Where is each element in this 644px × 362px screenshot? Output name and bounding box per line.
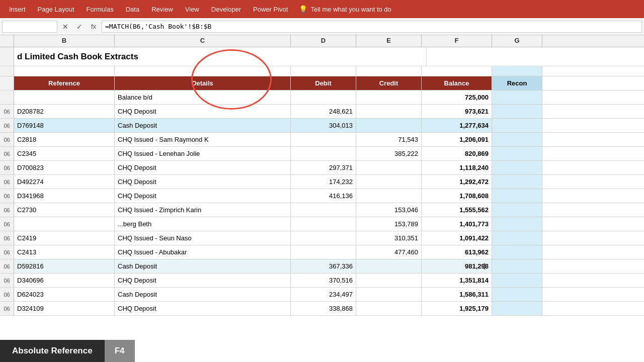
menu-power-pivot[interactable]: Power Pivot [248, 4, 293, 15]
cell-details[interactable]: CHQ Deposit [115, 161, 291, 174]
cell-credit[interactable] [356, 274, 422, 287]
cell-credit[interactable]: 385,222 [356, 147, 422, 160]
cell-recon[interactable] [492, 119, 542, 132]
col-header-e[interactable]: E [356, 35, 422, 47]
cell-reference[interactable]: D700823 [14, 161, 115, 174]
cell-details[interactable]: CHQ Deposit [115, 175, 291, 189]
cell-balance[interactable]: 1,401,773 [422, 217, 492, 231]
menu-page-layout[interactable]: Page Layout [33, 4, 79, 15]
cell-balance[interactable]: 1,091,422 [422, 231, 492, 245]
cell-details[interactable]: CHQ Issued - Sam Raymond K [115, 133, 291, 146]
cell-recon[interactable] [492, 90, 542, 104]
cell-credit[interactable] [356, 302, 422, 315]
cell-balance[interactable]: 725,000 [422, 90, 492, 104]
cell-balance[interactable]: 1,586,311 [422, 288, 492, 301]
name-box[interactable] [2, 21, 57, 33]
col-header-d[interactable]: D [291, 35, 356, 47]
cell-balance[interactable]: 981,298 ✛ [422, 259, 492, 273]
cell-credit[interactable] [356, 161, 422, 174]
cell-reference[interactable]: C2413 [14, 245, 115, 259]
cell-details[interactable]: Cash Deposit [115, 288, 291, 301]
cell-reference[interactable]: D492274 [14, 175, 115, 189]
cell-recon[interactable] [492, 274, 542, 287]
col-header-f[interactable]: F [422, 35, 492, 47]
cell-details[interactable]: CHQ Deposit [115, 274, 291, 287]
cell-debit[interactable] [291, 147, 356, 160]
menu-developer[interactable]: Developer [206, 4, 246, 15]
cell-recon[interactable] [492, 231, 542, 245]
cell-details[interactable]: CHQ Deposit [115, 302, 291, 315]
cell-credit[interactable] [356, 119, 422, 132]
cell-reference[interactable]: D341968 [14, 189, 115, 203]
cell-balance[interactable]: 1,118,240 [422, 161, 492, 174]
formula-input[interactable] [102, 21, 642, 33]
confirm-formula-button[interactable]: ✓ [73, 21, 86, 33]
cell-details[interactable]: Balance b/d [115, 90, 291, 104]
cell-reference[interactable] [14, 90, 115, 104]
cell-debit[interactable] [291, 217, 356, 231]
tell-me-box[interactable]: 💡 Tell me what you want to do [299, 5, 391, 13]
cell-credit[interactable]: 310,351 [356, 231, 422, 245]
cancel-formula-button[interactable]: ✕ [59, 21, 71, 33]
cell-reference[interactable] [14, 217, 115, 231]
cell-recon[interactable] [492, 147, 542, 160]
cell-recon[interactable] [492, 175, 542, 189]
cell-details[interactable]: CHQ Issued - Lenehan Jolie [115, 147, 291, 160]
cell-details[interactable]: CHQ Deposit [115, 189, 291, 203]
cell-credit[interactable] [356, 105, 422, 118]
cell-details[interactable]: CHQ Issued - Zimprich Karin [115, 203, 291, 217]
cell-debit[interactable] [291, 90, 356, 104]
cell-reference[interactable]: C2818 [14, 133, 115, 146]
cell-debit[interactable]: 338,868 [291, 302, 356, 315]
cell-balance[interactable]: 1,277,634 [422, 119, 492, 132]
cell-balance[interactable]: 1,292,472 [422, 175, 492, 189]
insert-function-button[interactable]: fx [88, 21, 100, 33]
col-header-g[interactable]: G [492, 35, 542, 47]
cell-debit[interactable]: 370,516 [291, 274, 356, 287]
cell-debit[interactable] [291, 133, 356, 146]
cell-recon[interactable] [492, 245, 542, 259]
cell-details[interactable]: Cash Deposit [115, 259, 291, 273]
col-header-b[interactable]: B [14, 35, 115, 47]
cell-balance[interactable]: 1,206,091 [422, 133, 492, 146]
cell-recon[interactable] [492, 302, 542, 315]
cell-details[interactable]: ...berg Beth [115, 217, 291, 231]
cell-debit[interactable] [291, 245, 356, 259]
menu-view[interactable]: View [180, 4, 204, 15]
cell-recon[interactable] [492, 161, 542, 174]
cell-balance[interactable]: 820,869 [422, 147, 492, 160]
cell-reference[interactable]: C2345 [14, 147, 115, 160]
cell-reference[interactable]: D769148 [14, 119, 115, 132]
cell-credit[interactable] [356, 189, 422, 203]
cell-credit[interactable] [356, 175, 422, 189]
menu-data[interactable]: Data [121, 4, 144, 15]
cell-debit[interactable]: 416,136 [291, 189, 356, 203]
cell-credit[interactable] [356, 90, 422, 104]
menu-review[interactable]: Review [146, 4, 178, 15]
menu-formulas[interactable]: Formulas [82, 4, 119, 15]
cell-recon[interactable] [492, 259, 542, 273]
cell-reference[interactable]: D592816 [14, 259, 115, 273]
cell-debit[interactable]: 174,232 [291, 175, 356, 189]
cell-recon[interactable] [492, 105, 542, 118]
menu-insert[interactable]: Insert [4, 4, 31, 15]
cell-balance[interactable]: 1,925,179 [422, 302, 492, 315]
cell-debit[interactable] [291, 231, 356, 245]
col-header-c[interactable]: C [115, 35, 291, 47]
cell-credit[interactable]: 71,543 [356, 133, 422, 146]
cell-recon[interactable] [492, 288, 542, 301]
cell-reference[interactable]: C2419 [14, 231, 115, 245]
cell-balance[interactable]: 613,962 [422, 245, 492, 259]
cell-credit[interactable] [356, 288, 422, 301]
cell-reference[interactable]: D624023 [14, 288, 115, 301]
cell-debit[interactable] [291, 203, 356, 217]
cell-recon[interactable] [492, 217, 542, 231]
cell-recon[interactable] [492, 189, 542, 203]
cell-details[interactable]: CHQ Issued - Abubakar [115, 245, 291, 259]
cell-debit[interactable]: 304,013 [291, 119, 356, 132]
cell-credit[interactable]: 477,460 [356, 245, 422, 259]
cell-recon[interactable] [492, 133, 542, 146]
cell-credit[interactable] [356, 259, 422, 273]
cell-balance[interactable]: 1,555,562 [422, 203, 492, 217]
cell-balance[interactable]: 973,621 [422, 105, 492, 118]
